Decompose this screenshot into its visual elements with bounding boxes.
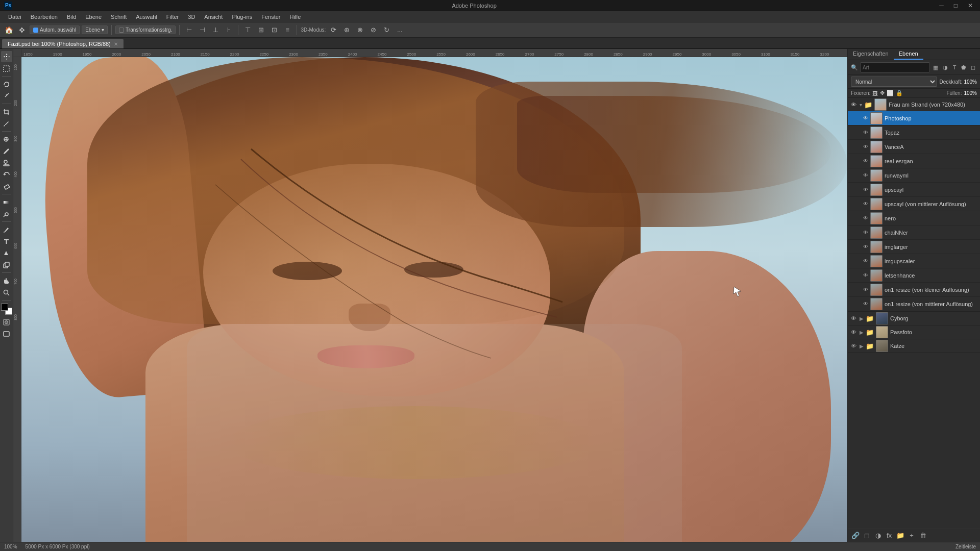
layer-imgupscaler[interactable]: 👁 imgupscaler (848, 254, 980, 268)
layer-vancea[interactable]: 👁 VanceA (848, 140, 980, 154)
align-left-icon[interactable]: ⊢ (183, 24, 194, 36)
layer-real-esrgan[interactable]: 👁 real-esrgan (848, 154, 980, 168)
layer-topaz[interactable]: 👁 Topaz (848, 126, 980, 140)
filter-adjustment-icon[interactable]: ◑ (941, 63, 948, 72)
filter-smart-icon[interactable]: ◻ (970, 63, 977, 72)
group-vis-passfoto[interactable]: 👁 (851, 329, 856, 335)
photo-area[interactable] (21, 57, 847, 542)
eyedropper-tool[interactable] (1, 118, 12, 129)
menu-auswahl[interactable]: Auswahl (132, 13, 161, 21)
menu-ansicht[interactable]: Ansicht (200, 13, 227, 21)
layer-group-header-passfoto[interactable]: 👁 ▶ 📁 Passfoto (848, 325, 980, 339)
color-selector[interactable] (1, 304, 12, 315)
layer-group-header-cyborg[interactable]: 👁 ▶ 📁 Cyborg (848, 312, 980, 325)
layer-vis-photoshop[interactable]: 👁 (863, 115, 868, 121)
shape-tool[interactable] (1, 259, 12, 270)
layer-vis-on1-small[interactable]: 👁 (863, 287, 868, 292)
group-vis-katze[interactable]: 👁 (851, 343, 856, 349)
group-chevron-icon[interactable]: ▾ (860, 102, 862, 108)
lock-all-icon[interactable]: 🔒 (896, 90, 903, 96)
layer-photoshop[interactable]: 👁 Photoshop (848, 111, 980, 126)
lock-position-icon[interactable]: ✥ (880, 90, 885, 96)
group-vis-cyborg[interactable]: 👁 (851, 315, 856, 321)
align-bottom-icon[interactable]: ⊡ (268, 24, 280, 36)
document-tab[interactable]: Fazit.psd bei 100% (Photoshop, RGB/88) ✕ (2, 39, 124, 48)
maximize-button[interactable]: □ (951, 2, 961, 9)
layer-group-header-katze[interactable]: 👁 ▶ 📁 Katze (848, 339, 980, 353)
title-bar-right[interactable]: ─ □ ✕ (936, 2, 976, 9)
layer-on1-small[interactable]: 👁 on1 resize (von kleiner Auflösung) (848, 283, 980, 297)
add-fx-button[interactable]: fx (885, 531, 894, 540)
3d-slide-icon[interactable]: ⊗ (354, 24, 365, 36)
layer-imglarger[interactable]: 👁 imglarger (848, 240, 980, 254)
align-none-icon[interactable]: ⊦ (223, 24, 234, 36)
align-center-h-icon[interactable]: ⊣ (197, 24, 208, 36)
layers-list[interactable]: 👁 ▾ 📁 Frau am Strand (von 720x480) 👁 Pho… (848, 98, 980, 529)
pen-tool[interactable] (1, 224, 12, 235)
tab-ebenen[interactable]: Ebenen (894, 49, 923, 60)
stamp-tool[interactable] (1, 157, 12, 168)
filter-pixel-icon[interactable]: ▦ (932, 63, 939, 72)
minimize-button[interactable]: ─ (936, 2, 947, 9)
align-top-icon[interactable]: ⊤ (242, 24, 253, 36)
layer-chainner[interactable]: 👁 chaiNNer (848, 226, 980, 240)
timeline-label[interactable]: Zeitleiste (955, 544, 976, 549)
lasso-tool[interactable] (1, 79, 12, 90)
move-tool[interactable] (1, 51, 12, 62)
layer-on1-mid[interactable]: 👁 on1 resize (von mittlerer Auflösung) (848, 297, 980, 311)
group-vis-icon[interactable]: 👁 (851, 102, 856, 108)
distribute-icon[interactable]: ≡ (282, 24, 293, 36)
more-options-icon[interactable]: ... (394, 24, 405, 36)
close-button[interactable]: ✕ (965, 2, 976, 9)
history-brush-tool[interactable] (1, 169, 12, 180)
screen-mode-tool[interactable] (1, 328, 12, 339)
menu-fenster[interactable]: Fenster (257, 13, 284, 21)
link-layers-button[interactable]: 🔗 (851, 531, 860, 540)
layer-nero[interactable]: 👁 nero (848, 211, 980, 226)
zoom-tool[interactable] (1, 287, 12, 298)
menu-3d[interactable]: 3D (184, 13, 199, 21)
layer-vis-on1-mid[interactable]: 👁 (863, 301, 868, 307)
3d-orbit-icon[interactable]: ⟳ (328, 24, 339, 36)
menu-schrift[interactable]: Schrift (107, 13, 131, 21)
layer-vis-topaz[interactable]: 👁 (863, 130, 868, 135)
menu-plugins[interactable]: Plug-ins (228, 13, 256, 21)
dodge-tool[interactable] (1, 208, 12, 219)
lock-artboard-icon[interactable]: ⬜ (887, 90, 894, 96)
align-right-icon[interactable]: ⊥ (210, 24, 221, 36)
layer-vis-nero[interactable]: 👁 (863, 215, 868, 221)
add-mask-button[interactable]: ◻ (862, 531, 871, 540)
ebene-dropdown[interactable]: Ebene ▾ (82, 26, 108, 34)
eraser-tool[interactable] (1, 181, 12, 192)
layer-vis-imglarger[interactable]: 👁 (863, 244, 868, 249)
home-icon[interactable]: 🏠 (3, 24, 14, 36)
gradient-tool[interactable] (1, 196, 12, 208)
layer-vis-chainner[interactable]: 👁 (863, 230, 868, 235)
menu-bild[interactable]: Bild (63, 13, 80, 21)
delete-layer-button[interactable]: 🗑 (918, 531, 927, 540)
lock-image-icon[interactable]: 🖼 (872, 90, 878, 96)
quick-mask-tool[interactable] (1, 316, 12, 328)
menu-hilfe[interactable]: Hilfe (285, 13, 305, 21)
canvas-area[interactable]: 1850 1900 1950 2000 2050 2100 2150 2200 … (13, 49, 847, 542)
hand-tool[interactable] (1, 275, 12, 286)
tab-eigenschaften[interactable]: Eigenschaften (848, 49, 894, 60)
layer-vis-real-esrgan[interactable]: 👁 (863, 158, 868, 164)
type-tool[interactable] (1, 236, 12, 247)
add-adjustment-button[interactable]: ◑ (873, 531, 883, 540)
3d-scale-icon[interactable]: ⊘ (368, 24, 379, 36)
layer-vis-upscayl-mid[interactable]: 👁 (863, 201, 868, 207)
patch-tool[interactable] (1, 134, 12, 145)
blend-mode-select[interactable]: Normal (851, 77, 937, 87)
transform-checkbox[interactable]: Transformationsstrg. (115, 26, 176, 34)
menu-ebene[interactable]: Ebene (81, 13, 106, 21)
layer-vis-letsenhance[interactable]: 👁 (863, 272, 868, 278)
path-selection-tool[interactable] (1, 247, 12, 259)
3d-rotate-icon[interactable]: ↻ (381, 24, 392, 36)
3d-pan-icon[interactable]: ⊕ (341, 24, 352, 36)
layer-vis-imgupscaler[interactable]: 👁 (863, 258, 868, 264)
filter-shape-icon[interactable]: ⬟ (960, 63, 967, 72)
add-group-button[interactable]: 📁 (896, 531, 905, 540)
align-middle-icon[interactable]: ⊞ (255, 24, 266, 36)
filter-type-icon[interactable]: T (951, 63, 958, 72)
